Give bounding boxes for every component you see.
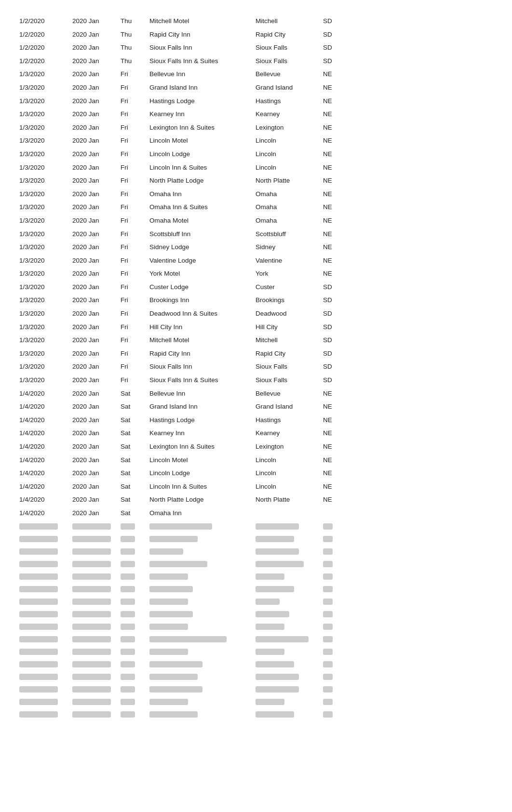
blurred-cell [323, 548, 333, 555]
period-cell: 2020 Jan [72, 441, 121, 452]
name-cell: Grand Island Inn [149, 401, 256, 412]
date-cell: 1/4/2020 [19, 388, 72, 399]
city-cell: Mitchell [256, 16, 323, 27]
day-cell: Sat [121, 401, 149, 412]
state-cell: SD [323, 42, 347, 53]
blurred-cell [149, 599, 188, 605]
period-cell: 2020 Jan [72, 481, 121, 492]
table-row: 1/2/2020 2020 Jan Thu Sioux Falls Inn & … [19, 54, 493, 68]
date-cell: 1/2/2020 [19, 29, 72, 40]
blurred-cell [121, 599, 135, 605]
table-row: 1/3/2020 2020 Jan Fri Sidney Lodge Sidne… [19, 240, 493, 254]
state-cell: SD [323, 361, 347, 372]
table-row-blurred [19, 670, 493, 683]
state-cell: NE [323, 242, 347, 253]
blurred-cell [256, 548, 299, 555]
blurred-cell [149, 548, 183, 555]
blurred-cell [256, 624, 284, 630]
period-cell: 2020 Jan [72, 202, 121, 213]
period-cell: 2020 Jan [72, 322, 121, 333]
table-row: 1/3/2020 2020 Jan Fri Valentine Lodge Va… [19, 254, 493, 267]
state-cell: NE [323, 162, 347, 173]
state-cell: NE [323, 455, 347, 466]
day-cell: Fri [121, 202, 149, 213]
table-row-blurred [19, 708, 493, 720]
name-cell: Scottsbluff Inn [149, 229, 256, 240]
city-cell: Lincoln [256, 149, 323, 160]
date-cell: 1/4/2020 [19, 468, 72, 479]
period-cell: 2020 Jan [72, 189, 121, 200]
table-row: 1/2/2020 2020 Jan Thu Sioux Falls Inn Si… [19, 41, 493, 54]
city-cell: Lexington [256, 122, 323, 133]
blurred-cell [149, 636, 227, 642]
blurred-cell [72, 611, 111, 617]
table-row: 1/3/2020 2020 Jan Fri Hastings Lodge Has… [19, 94, 493, 108]
day-cell: Sat [121, 428, 149, 439]
blurred-cell [256, 711, 294, 718]
city-cell: Lincoln [256, 468, 323, 479]
name-cell: Hastings Lodge [149, 96, 256, 106]
table-row: 1/3/2020 2020 Jan Fri Lincoln Lodge Linc… [19, 147, 493, 161]
blurred-cell [121, 686, 135, 692]
blurred-cell [256, 661, 294, 667]
blurred-cell [72, 548, 111, 555]
city-cell: Sioux Falls [256, 56, 323, 67]
date-cell: 1/4/2020 [19, 455, 72, 466]
date-cell: 1/3/2020 [19, 189, 72, 200]
table-row: 1/3/2020 2020 Jan Fri Grand Island Inn G… [19, 81, 493, 94]
table-row: 1/3/2020 2020 Jan Fri North Platte Lodge… [19, 174, 493, 187]
date-cell: 1/3/2020 [19, 361, 72, 372]
name-cell: Lincoln Inn & Suites [149, 162, 256, 173]
blurred-cell [19, 674, 58, 680]
date-cell: 1/3/2020 [19, 268, 72, 279]
blurred-cell [149, 523, 212, 530]
table-row: 1/4/2020 2020 Jan Sat Lincoln Inn & Suit… [19, 480, 493, 493]
name-cell: Lincoln Motel [149, 135, 256, 146]
city-cell: Sioux Falls [256, 361, 323, 372]
name-cell: Omaha Inn & Suites [149, 202, 256, 213]
name-cell: Omaha Motel [149, 215, 256, 226]
name-cell: Omaha Inn [149, 189, 256, 200]
date-cell: 1/3/2020 [19, 348, 72, 359]
table-row-blurred [19, 583, 493, 595]
name-cell: Deadwood Inn & Suites [149, 308, 256, 319]
blurred-cell [19, 536, 58, 542]
blurred-cell [256, 573, 284, 580]
state-cell: NE [323, 481, 347, 492]
blurred-cell [121, 561, 135, 567]
table-row: 1/3/2020 2020 Jan Fri Rapid City Inn Rap… [19, 347, 493, 360]
blurred-cell [323, 661, 333, 667]
state-cell: SD [323, 308, 347, 319]
date-cell: 1/3/2020 [19, 109, 72, 120]
day-cell: Fri [121, 308, 149, 319]
table-row-blurred [19, 683, 493, 695]
state-cell: NE [323, 189, 347, 200]
name-cell: Rapid City Inn [149, 348, 256, 359]
state-cell: SD [323, 29, 347, 40]
date-cell: 1/3/2020 [19, 69, 72, 80]
day-cell: Sat [121, 415, 149, 426]
period-cell: 2020 Jan [72, 56, 121, 67]
city-cell: Rapid City [256, 348, 323, 359]
city-cell: Sioux Falls [256, 375, 323, 386]
blurred-cell [19, 624, 58, 630]
period-cell: 2020 Jan [72, 229, 121, 240]
blurred-cell [19, 561, 58, 567]
blurred-cell [149, 624, 188, 630]
city-cell: Sioux Falls [256, 42, 323, 53]
table-row: 1/3/2020 2020 Jan Fri Lexington Inn & Su… [19, 121, 493, 134]
blurred-cell [72, 624, 111, 630]
period-cell: 2020 Jan [72, 122, 121, 133]
day-cell: Fri [121, 82, 149, 93]
date-cell: 1/4/2020 [19, 415, 72, 426]
day-cell: Fri [121, 255, 149, 266]
blurred-cell [19, 699, 58, 705]
date-cell: 1/4/2020 [19, 428, 72, 439]
table-row-blurred [19, 695, 493, 708]
blurred-cell [149, 561, 207, 567]
period-cell: 2020 Jan [72, 468, 121, 479]
day-cell: Fri [121, 162, 149, 173]
table-row: 1/3/2020 2020 Jan Fri Deadwood Inn & Sui… [19, 307, 493, 320]
table-row: 1/4/2020 2020 Jan Sat Lincoln Lodge Linc… [19, 466, 493, 480]
city-cell: Omaha [256, 215, 323, 226]
